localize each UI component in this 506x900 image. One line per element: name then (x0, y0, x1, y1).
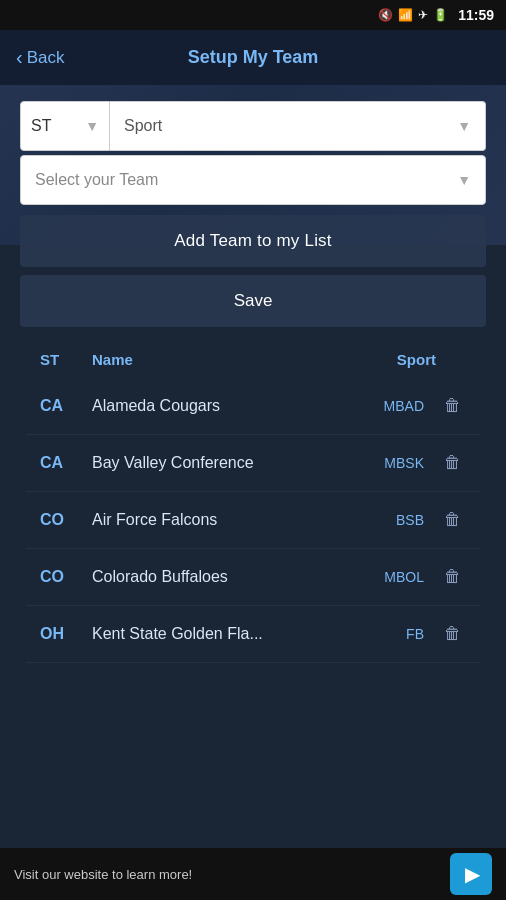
sport-chevron-icon: ▼ (457, 118, 471, 134)
table-row: CA Bay Valley Conference MBSK 🗑 (26, 435, 480, 492)
row-state: CO (40, 568, 92, 586)
row-state: CO (40, 511, 92, 529)
wifi-icon: 📶 (398, 8, 413, 22)
add-team-button[interactable]: Add Team to my List (20, 215, 486, 267)
delete-button[interactable]: 🗑 (438, 392, 466, 420)
team-dropdown-placeholder: Select your Team (35, 171, 158, 189)
row-sport-code: MBSK (354, 455, 424, 471)
status-icons: 🔇 📶 ✈ 🔋 (378, 8, 448, 22)
delete-button[interactable]: 🗑 (438, 449, 466, 477)
footer-text: Visit our website to learn more! (14, 867, 192, 882)
row-sport-code: MBAD (354, 398, 424, 414)
table-row: CA Alameda Cougars MBAD 🗑 (26, 378, 480, 435)
sport-dropdown[interactable]: Sport ▼ (110, 101, 486, 151)
row-sport-code: FB (354, 626, 424, 642)
row-state: CA (40, 454, 92, 472)
play-button[interactable]: ▶ (450, 853, 492, 895)
play-icon: ▶ (465, 862, 480, 886)
row-team-name: Kent State Golden Fla... (92, 625, 354, 643)
header: ‹ Back Setup My Team (0, 30, 506, 85)
team-chevron-icon: ▼ (457, 172, 471, 188)
status-time: 11:59 (458, 7, 494, 23)
delete-button[interactable]: 🗑 (438, 563, 466, 591)
table-header-row: ST Name Sport (26, 345, 480, 378)
battery-icon: 🔋 (433, 8, 448, 22)
row-sport-code: MBOL (354, 569, 424, 585)
col-header-st: ST (40, 351, 92, 368)
team-dropdown[interactable]: Select your Team ▼ (20, 155, 486, 205)
row-state: OH (40, 625, 92, 643)
sport-dropdown-value: Sport (124, 117, 162, 135)
row-team-name: Bay Valley Conference (92, 454, 354, 472)
airplane-icon: ✈ (418, 8, 428, 22)
footer: Visit our website to learn more! ▶ (0, 848, 506, 900)
table-row: CO Colorado Buffaloes MBOL 🗑 (26, 549, 480, 606)
main-content: ST ▼ Sport ▼ Select your Team ▼ Add Team… (0, 85, 506, 663)
status-bar: 🔇 📶 ✈ 🔋 11:59 (0, 0, 506, 30)
state-chevron-icon: ▼ (85, 118, 99, 134)
dropdowns-row: ST ▼ Sport ▼ (20, 101, 486, 151)
delete-button[interactable]: 🗑 (438, 620, 466, 648)
mute-icon: 🔇 (378, 8, 393, 22)
row-team-name: Colorado Buffaloes (92, 568, 354, 586)
col-header-sport: Sport (366, 351, 436, 368)
teams-table: ST Name Sport CA Alameda Cougars MBAD 🗑 … (20, 345, 486, 663)
delete-button[interactable]: 🗑 (438, 506, 466, 534)
table-row: OH Kent State Golden Fla... FB 🗑 (26, 606, 480, 663)
table-row: CO Air Force Falcons BSB 🗑 (26, 492, 480, 549)
col-header-name: Name (92, 351, 366, 368)
row-sport-code: BSB (354, 512, 424, 528)
row-team-name: Air Force Falcons (92, 511, 354, 529)
save-button[interactable]: Save (20, 275, 486, 327)
back-button[interactable]: ‹ Back (16, 47, 64, 69)
row-team-name: Alameda Cougars (92, 397, 354, 415)
state-dropdown[interactable]: ST ▼ (20, 101, 110, 151)
state-dropdown-value: ST (31, 117, 51, 135)
page-title: Setup My Team (188, 47, 319, 68)
row-state: CA (40, 397, 92, 415)
back-chevron-icon: ‹ (16, 46, 23, 69)
back-label: Back (27, 48, 65, 68)
